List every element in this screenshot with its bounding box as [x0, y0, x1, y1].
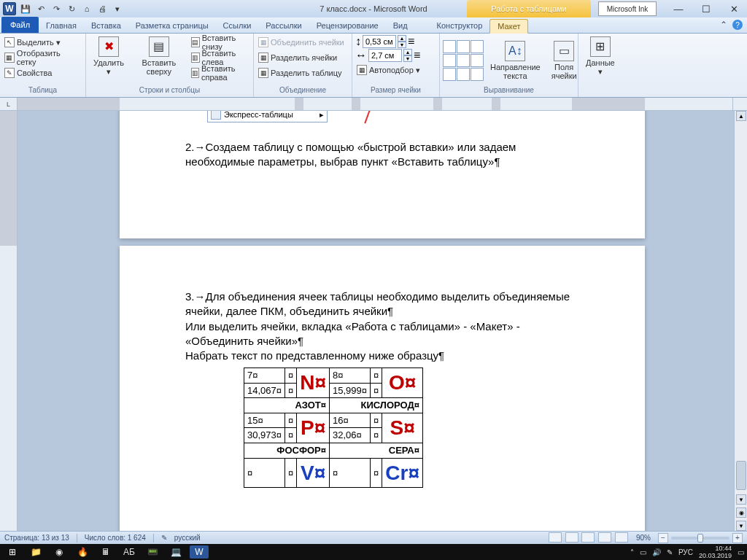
ribbon-tabs: Файл Главная Вставка Разметка страницы С… [0, 18, 747, 34]
system-tray: ˄ ▭ 🔊 ✎ РУС 10:4420.03.2019 ▭ [630, 545, 744, 559]
app-icon[interactable]: АБ [120, 545, 139, 559]
tab-view[interactable]: Вид [386, 18, 415, 33]
draft-view[interactable] [615, 532, 628, 542]
zoom-thumb[interactable] [697, 534, 703, 542]
start-button[interactable]: ⊞ [3, 545, 22, 559]
ribbon-collapse-icon[interactable]: ⌃ [718, 19, 729, 31]
split-cells-button[interactable]: ▦Разделить ячейки [257, 50, 346, 65]
scroll-up-icon[interactable]: ▲ [736, 111, 746, 121]
scroll-down-icon[interactable]: ▼ [736, 494, 746, 505]
alignment-grid[interactable] [443, 40, 484, 81]
calculator-icon[interactable]: 🖩 [96, 545, 115, 559]
zoom-slider[interactable]: − + [658, 533, 743, 543]
help-icon[interactable]: ? [732, 20, 743, 30]
distribute-rows-icon[interactable]: ≡ [408, 35, 414, 48]
split-table-button[interactable]: ▦Разделить таблицу [257, 66, 346, 80]
chemistry-table[interactable]: 7¤¤ N¤ 8¤¤ O¤ 14,067¤¤ 15,999¤¤ АЗОТ¤ КИ… [244, 368, 423, 488]
group-alignment: A↕Направление текста ▭Поля ячейки Выравн… [440, 34, 578, 97]
language-status[interactable]: русский [174, 534, 201, 542]
show-grid-button[interactable]: ▦Отобразить сетку [3, 50, 82, 65]
qat-dropdown-icon[interactable]: ▾ [112, 3, 123, 15]
refresh-icon[interactable]: ↻ [66, 3, 77, 15]
network-icon[interactable]: ▭ [640, 548, 646, 556]
scroll-thumb[interactable] [736, 461, 746, 490]
zoom-out-button[interactable]: − [658, 533, 668, 543]
tab-pagelayout[interactable]: Разметка страницы [128, 18, 216, 33]
vertical-scrollbar[interactable]: ▲ ▼ ◉ ▼ [734, 111, 747, 531]
autofit-button[interactable]: ▦Автоподбор▾ [355, 63, 422, 77]
outline-view[interactable] [598, 532, 611, 542]
group-label: Строки и столбцы [89, 86, 250, 97]
horizontal-ruler[interactable]: L [0, 98, 747, 111]
ink-tab[interactable]: Microsoft Ink [598, 1, 657, 16]
text-direction-button[interactable]: A↕Направление текста [486, 39, 545, 82]
spin-down[interactable]: ▼ [398, 42, 406, 48]
word-icon[interactable]: W [3, 2, 16, 15]
row-height-input[interactable]: ↕▲▼≡ [355, 35, 422, 48]
insert-left-button[interactable]: ▥Вставить слева [190, 50, 250, 65]
word-count[interactable]: Число слов: 1 624 [85, 534, 146, 542]
app-icon[interactable]: 💻 [166, 545, 185, 559]
proofing-icon[interactable]: ✎ [161, 534, 167, 542]
tab-home[interactable]: Главная [39, 18, 84, 33]
document-area[interactable]: Экспресс-таблицы▸ 2.→Создаем таблицу с п… [18, 111, 734, 531]
ruler-toggle[interactable] [732, 98, 747, 110]
spin-up[interactable]: ▲ [398, 35, 406, 42]
notifications-icon[interactable]: ▭ [738, 548, 744, 556]
select-button[interactable]: ↖Выделить▾ [3, 35, 82, 50]
minimize-button[interactable]: — [668, 3, 689, 15]
zoom-in-button[interactable]: + [732, 533, 743, 543]
group-label [581, 86, 619, 97]
pen-icon[interactable]: ✎ [667, 548, 673, 556]
tab-insert[interactable]: Вставка [84, 18, 128, 33]
language-indicator[interactable]: РУС [678, 548, 693, 556]
insert-top-button[interactable]: ▤Вставить сверху [131, 35, 187, 77]
redo-icon[interactable]: ↷ [50, 3, 62, 15]
delete-button[interactable]: ✖Удалить▾ [89, 35, 128, 77]
spin-down[interactable]: ▼ [403, 55, 412, 62]
table-row: ¤¤ V¤ ¤¤ Cr¤ [244, 458, 423, 488]
prev-page-icon[interactable]: ◉ [736, 508, 746, 518]
tab-layout[interactable]: Макет [489, 19, 528, 34]
fullscreen-view[interactable] [565, 532, 578, 542]
page-status[interactable]: Страница: 13 из 13 [4, 534, 69, 542]
distribute-cols-icon[interactable]: ≡ [414, 49, 420, 62]
windows-taskbar: ⊞ 📁 ◉ 🔥 🖩 АБ 📟 💻 W ˄ ▭ 🔊 ✎ РУС 10:4420.0… [0, 544, 747, 560]
chrome-icon[interactable]: ◉ [50, 545, 69, 559]
print-layout-view[interactable] [549, 532, 562, 542]
app-icon[interactable]: 🔥 [73, 545, 92, 559]
close-button[interactable]: ✕ [724, 3, 744, 15]
explorer-icon[interactable]: 📁 [26, 545, 45, 559]
data-button[interactable]: ⊞Данные▾ [581, 35, 619, 77]
tab-review[interactable]: Рецензирование [309, 18, 386, 33]
tab-mailings[interactable]: Рассылки [258, 18, 309, 33]
height-icon: ↕ [355, 35, 361, 48]
maximize-button[interactable]: ☐ [696, 3, 716, 15]
file-tab[interactable]: Файл [1, 17, 39, 33]
tray-up-icon[interactable]: ˄ [630, 548, 634, 556]
properties-button[interactable]: ✎Свойства [3, 66, 82, 80]
insert-right-button[interactable]: ▥Вставить справа [190, 66, 250, 80]
undo-icon[interactable]: ↶ [35, 3, 47, 15]
cell-margins-button[interactable]: ▭Поля ячейки [547, 39, 581, 82]
tab-references[interactable]: Ссылки [216, 18, 259, 33]
next-page-icon[interactable]: ▼ [736, 521, 746, 531]
spin-up[interactable]: ▲ [403, 49, 412, 55]
window-title: 7 класс.docx - Microsoft Word [320, 4, 427, 13]
home-icon[interactable]: ⌂ [81, 3, 93, 15]
vertical-ruler[interactable] [0, 111, 18, 531]
insert-bottom-button[interactable]: ▤Вставить снизу [190, 35, 250, 50]
ruler-corner[interactable]: L [0, 98, 18, 110]
save-icon[interactable]: 💾 [20, 3, 31, 15]
col-width-input[interactable]: ↔▲▼≡ [355, 49, 422, 62]
page: Экспресс-таблицы▸ 2.→Создаем таблицу с п… [120, 111, 645, 238]
clock[interactable]: 10:4420.03.2019 [699, 545, 732, 559]
word-taskbar-icon[interactable]: W [190, 545, 209, 559]
print-icon[interactable]: 🖨 [96, 3, 108, 15]
web-view[interactable] [581, 532, 595, 542]
app-icon[interactable]: 📟 [143, 545, 162, 559]
express-tables-menu[interactable]: Экспресс-таблицы▸ [207, 111, 328, 122]
zoom-level[interactable]: 90% [636, 534, 651, 542]
tab-constructor[interactable]: Конструктор [430, 18, 490, 33]
volume-icon[interactable]: 🔊 [652, 548, 661, 556]
